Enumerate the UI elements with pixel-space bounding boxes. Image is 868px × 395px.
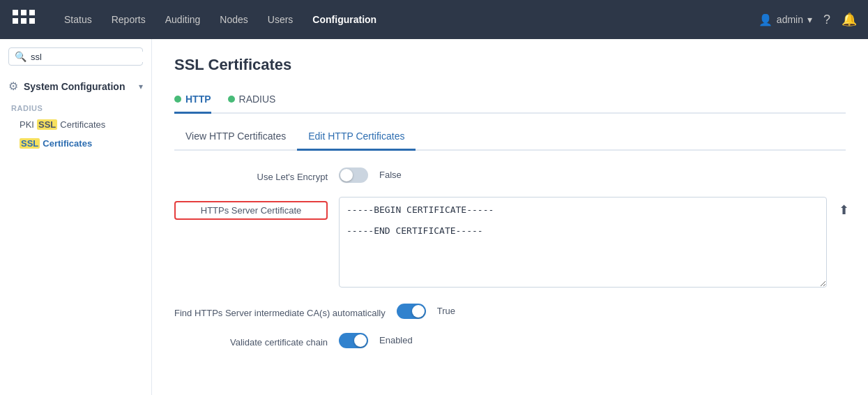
tab-http[interactable]: HTTP [174, 88, 211, 114]
tab-radius[interactable]: RADIUS [228, 88, 276, 114]
bell-icon[interactable]: 🔔 [842, 12, 857, 27]
lets-encrypt-thumb [340, 169, 353, 181]
nav-auditing[interactable]: Auditing [157, 10, 209, 29]
find-intermediate-value: True [437, 304, 455, 316]
radius-status-dot [228, 96, 235, 103]
subtab-edit-http[interactable]: Edit HTTP Certificates [297, 125, 416, 151]
lets-encrypt-label: Use Let's Encrypt [174, 167, 328, 182]
edit-http-label: Edit HTTP Certificates [308, 131, 404, 142]
find-intermediate-label: Find HTTPs Server intermediate CA(s) aut… [174, 304, 386, 318]
find-intermediate-thumb [412, 305, 425, 318]
subtab-view-http[interactable]: View HTTP Certificates [174, 125, 297, 151]
validate-chain-label: Validate certificate chain [174, 333, 328, 348]
app-logo[interactable] [11, 7, 42, 32]
page-layout: 🔍 ssl ✕ ⚙ System Configuration ▾ RADIUS … [0, 39, 868, 395]
search-input[interactable]: ssl [31, 52, 148, 62]
section-chevron-icon: ▾ [139, 82, 143, 91]
lets-encrypt-toggle[interactable] [339, 167, 368, 183]
tab-http-label: HTTP [185, 94, 211, 105]
pki-label-prefix: PKI [20, 119, 34, 130]
form-area: Use Let's Encrypt False HTTPs Server Cer… [174, 167, 846, 348]
svg-rect-1 [21, 10, 26, 15]
sidebar-search-box[interactable]: 🔍 ssl ✕ [8, 47, 143, 66]
sub-tabs: View HTTP Certificates Edit HTTP Certifi… [174, 125, 846, 151]
find-intermediate-track [397, 304, 426, 319]
cert-textarea-wrapper: -----BEGIN CERTIFICATE----- -----END CER… [339, 197, 827, 290]
view-http-label: View HTTP Certificates [185, 131, 286, 142]
nav-links: Status Reports Auditing Nodes Users Conf… [56, 10, 759, 29]
pki-label-suffix: Certificates [60, 119, 105, 130]
find-intermediate-toggle[interactable] [397, 304, 426, 319]
find-intermediate-row: Find HTTPs Server intermediate CA(s) aut… [174, 304, 846, 319]
main-content: SSL Certificates HTTP RADIUS View HTTP C… [152, 39, 868, 395]
protocol-tabs: HTTP RADIUS [174, 88, 846, 114]
ssl-certificates-link[interactable]: SSL Certificates [0, 134, 151, 153]
upload-icon[interactable]: ⬆ [839, 202, 849, 218]
lets-encrypt-value: False [379, 167, 402, 180]
sidebar: 🔍 ssl ✕ ⚙ System Configuration ▾ RADIUS … [0, 39, 152, 395]
section-label: System Configuration [24, 81, 133, 92]
top-navigation: Status Reports Auditing Nodes Users Conf… [0, 0, 868, 39]
username-label: admin [777, 14, 803, 25]
help-icon[interactable]: ? [823, 13, 830, 27]
system-configuration-section[interactable]: ⚙ System Configuration ▾ [0, 74, 151, 98]
nav-nodes[interactable]: Nodes [211, 10, 256, 29]
lets-encrypt-track [339, 167, 368, 183]
gear-icon: ⚙ [8, 80, 18, 93]
svg-rect-0 [13, 10, 18, 15]
validate-chain-row: Validate certificate chain Enabled [174, 333, 846, 348]
validate-chain-thumb [354, 334, 367, 347]
pki-ssl-highlight: SSL [37, 119, 57, 130]
topnav-right: 👤 admin ▾ ? 🔔 [759, 12, 857, 27]
validate-chain-value: Enabled [379, 333, 413, 345]
lets-encrypt-row: Use Let's Encrypt False [174, 167, 846, 183]
ssl-highlight: SSL [20, 138, 40, 149]
svg-rect-5 [29, 18, 35, 24]
http-status-dot [174, 96, 181, 103]
nav-configuration[interactable]: Configuration [304, 10, 385, 29]
cert-textarea[interactable]: -----BEGIN CERTIFICATE----- -----END CER… [339, 197, 827, 288]
user-menu[interactable]: 👤 admin ▾ [759, 13, 812, 27]
pki-ssl-certificates-link[interactable]: PKI SSL Certificates [0, 115, 151, 134]
tab-radius-label: RADIUS [239, 94, 276, 105]
page-title: SSL Certificates [174, 56, 846, 74]
https-server-cert-row: HTTPs Server Certificate -----BEGIN CERT… [174, 197, 846, 290]
ssl-label-suffix: Certificates [43, 138, 92, 149]
user-chevron-icon: ▾ [807, 14, 812, 25]
svg-rect-4 [29, 10, 35, 15]
https-server-cert-label: HTTPs Server Certificate [174, 201, 328, 220]
svg-rect-2 [13, 18, 18, 24]
validate-chain-track [339, 333, 368, 348]
search-icon: 🔍 [15, 51, 26, 62]
nav-status[interactable]: Status [56, 10, 100, 29]
radius-group-label: RADIUS [0, 98, 151, 115]
nav-users[interactable]: Users [259, 10, 302, 29]
svg-rect-3 [21, 18, 26, 24]
validate-chain-toggle[interactable] [339, 333, 368, 348]
nav-reports[interactable]: Reports [103, 10, 154, 29]
